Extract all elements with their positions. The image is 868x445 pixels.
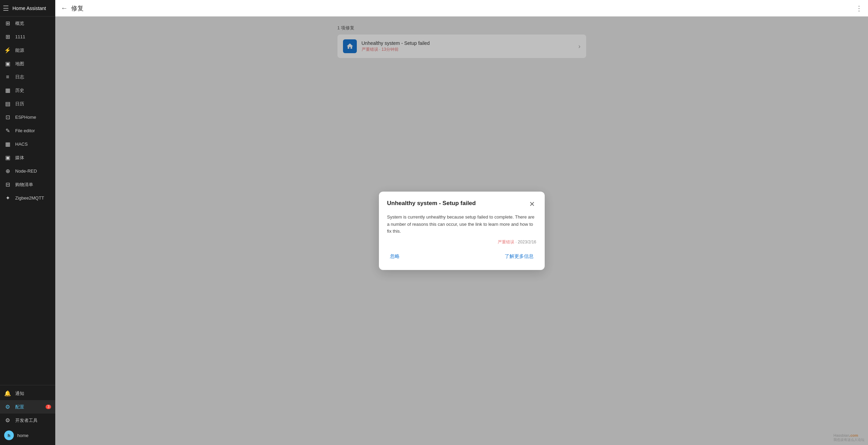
nav-icon-history: ▦ [4,87,11,94]
nav-icon-config: ⚙ [4,404,11,410]
nav-label: 媒体 [15,155,24,161]
topbar: ← 修复 ⋮ [55,0,868,17]
sidebar-header: ☰ Home Assistant [0,0,55,17]
sidebar-item-1111[interactable]: ⊞1111 [0,30,55,43]
nav-icon-energy: ⚡ [4,47,11,54]
nav-icon-log: ≡ [4,74,11,80]
nav-icon-media: ▣ [4,154,11,161]
sidebar-user[interactable]: h home [0,427,55,444]
badge: 3 [46,405,51,409]
nav-icon-hacs: ▦ [4,141,11,147]
sidebar-nav: ⊞概览⊞1111⚡能源▣地图≡日志▦历史▤日历⊡ESPHome✎File edi… [0,17,55,385]
dialog: Unhealthy system - Setup failed ✕ System… [379,192,545,270]
nav-label: 配置 [15,404,24,410]
user-label: home [17,433,29,438]
learn-more-button[interactable]: 了解更多信息 [502,251,536,262]
back-button[interactable]: ← [61,4,68,12]
sidebar-item-file-editor[interactable]: ✎File editor [0,124,55,137]
menu-icon[interactable]: ☰ [3,4,9,12]
dialog-severity: 严重错误 [498,240,514,244]
nav-label: File editor [15,128,35,133]
nav-label: 地图 [15,61,24,67]
app-title: Home Assistant [12,6,46,11]
close-button[interactable]: ✕ [528,200,536,208]
nav-label: 购物清单 [15,182,33,188]
nav-icon-map: ▣ [4,60,11,67]
sidebar-item-esphome[interactable]: ⊡ESPHome [0,110,55,124]
more-button[interactable]: ⋮ [856,4,862,12]
dialog-actions: 忽略 了解更多信息 [387,251,536,262]
dialog-body: System is currently unhealthy because se… [387,214,536,235]
sidebar-item-node-red[interactable]: ⊕Node-RED [0,164,55,178]
sidebar-item-media[interactable]: ▣媒体 [0,151,55,164]
content-area: 1 项修复 Unhealthy system - Setup failed 严重… [55,17,868,445]
nav-icon-developer: ⚙ [4,417,11,424]
sidebar-item-map[interactable]: ▣地图 [0,57,55,70]
nav-icon-1111: ⊞ [4,33,11,40]
page-title: 修复 [71,4,856,12]
nav-label: 历史 [15,87,24,94]
overlay: Unhealthy system - Setup failed ✕ System… [55,17,868,445]
ignore-button[interactable]: 忽略 [387,251,402,262]
sidebar-item-calendar[interactable]: ▤日历 [0,97,55,110]
nav-icon-calendar: ▤ [4,100,11,107]
sidebar-item-notifications[interactable]: 🔔通知 [0,387,55,400]
sidebar-item-history[interactable]: ▦历史 [0,84,55,97]
nav-label: HACS [15,142,28,147]
nav-label: 1111 [15,34,25,39]
sidebar-item-log[interactable]: ≡日志 [0,70,55,84]
nav-label: 通知 [15,390,24,397]
nav-icon-esphome: ⊡ [4,114,11,120]
dialog-meta: 严重错误 · 2023/2/16 [387,239,536,245]
sidebar-bottom: 🔔通知⚙配置3⚙开发者工具 h home [0,385,55,445]
nav-label: 能源 [15,47,24,54]
nav-icon-node-red: ⊕ [4,168,11,174]
dialog-date: · 2023/2/16 [515,240,536,244]
nav-icon-overview: ⊞ [4,20,11,27]
avatar: h [4,431,14,440]
sidebar-item-hacs[interactable]: ▦HACS [0,137,55,151]
nav-label: 开发者工具 [15,417,38,424]
sidebar-item-developer[interactable]: ⚙开发者工具 [0,414,55,427]
sidebar-item-shopping[interactable]: ⊟购物清单 [0,178,55,191]
dialog-title: Unhealthy system - Setup failed [387,200,476,207]
nav-label: 日历 [15,101,24,107]
nav-label: ESPHome [15,115,36,120]
sidebar: ☰ Home Assistant ⊞概览⊞1111⚡能源▣地图≡日志▦历史▤日历… [0,0,55,445]
nav-icon-file-editor: ✎ [4,127,11,134]
nav-label: Node-RED [15,168,37,174]
sidebar-item-overview[interactable]: ⊞概览 [0,17,55,30]
sidebar-item-config[interactable]: ⚙配置3 [0,400,55,414]
sidebar-item-zigbee[interactable]: ✦Zigbee2MQTT [0,191,55,205]
nav-label: Zigbee2MQTT [15,195,44,201]
nav-icon-shopping: ⊟ [4,181,11,188]
nav-icon-zigbee: ✦ [4,195,11,201]
sidebar-item-energy[interactable]: ⚡能源 [0,43,55,57]
nav-icon-notifications: 🔔 [4,390,11,397]
nav-label: 概览 [15,20,24,27]
dialog-header: Unhealthy system - Setup failed ✕ [387,200,536,208]
nav-label: 日志 [15,74,24,80]
main-content: ← 修复 ⋮ 1 项修复 Unhealthy system - Setup fa… [55,0,868,445]
